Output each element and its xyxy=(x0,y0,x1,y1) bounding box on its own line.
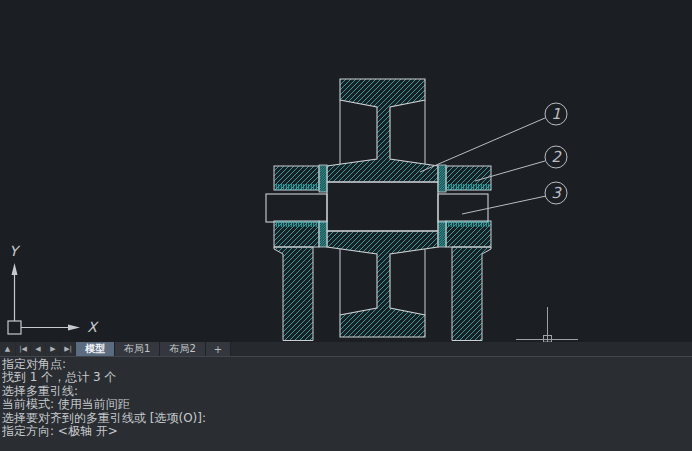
tab-menu-button[interactable]: ▲ xyxy=(0,342,15,356)
seal-band-upper-left[interactable] xyxy=(274,184,319,190)
prev-tab-button[interactable]: ◀ xyxy=(31,342,45,356)
bushing-lower-right xyxy=(438,221,446,247)
command-history-line: 当前模式: 使用当前间距 xyxy=(2,398,692,411)
wheel-section-top[interactable] xyxy=(327,79,438,182)
command-line-panel[interactable]: 指定对角点: 找到 1 个，总计 3 个 选择多重引线: 当前模式: 使用当前间… xyxy=(0,356,692,451)
shaft-left-end[interactable] xyxy=(266,194,327,222)
cad-application-window: 1 2 3 Y X ▲ |◀ ◀ xyxy=(0,0,692,451)
ucs-icon: Y X xyxy=(8,243,99,335)
command-prompt-line: 指定方向: <极轴 开> xyxy=(2,425,692,438)
command-history-line: 指定对角点: xyxy=(2,358,692,371)
balloon-1-label: 1 xyxy=(551,105,561,123)
command-history-line: 找到 1 个，总计 3 个 xyxy=(2,371,692,384)
bushing-lower-left xyxy=(319,221,327,247)
last-tab-button[interactable]: ▶| xyxy=(61,342,75,356)
seal-band-lower-left[interactable] xyxy=(274,221,319,227)
balloon-3-label: 3 xyxy=(551,184,562,202)
leader-1[interactable] xyxy=(420,118,545,172)
shaft-right-end[interactable] xyxy=(438,194,488,222)
tab-layout2[interactable]: 布局2 xyxy=(160,342,205,356)
seal-band-lower-right[interactable] xyxy=(446,221,491,227)
shaft-center-section[interactable] xyxy=(327,182,438,231)
command-history-line: 选择要对齐到的多重引线或 [选项(O)]: xyxy=(2,412,692,425)
bushing-upper-left xyxy=(319,165,327,192)
command-history-line: 选择多重引线: xyxy=(2,385,692,398)
tab-model[interactable]: 模型 xyxy=(76,342,115,356)
wheel-section-bottom[interactable] xyxy=(327,231,438,337)
balloon-labels: 1 2 3 xyxy=(551,105,562,202)
next-tab-button[interactable]: ▶ xyxy=(46,342,60,356)
add-layout-tab-button[interactable]: + xyxy=(206,342,231,356)
layout-tab-bar: ▲ |◀ ◀ ▶ ▶| 模型 布局1 布局2 + xyxy=(0,342,692,356)
seal-band-upper-right[interactable] xyxy=(446,184,491,190)
support-leg-right[interactable] xyxy=(452,247,491,341)
support-leg-left[interactable] xyxy=(274,247,313,341)
balloon-2-label: 2 xyxy=(551,148,562,166)
tab-layout1[interactable]: 布局1 xyxy=(115,342,160,356)
drawing-canvas[interactable]: 1 2 3 Y X xyxy=(0,0,692,342)
bushing-upper-right xyxy=(438,165,446,192)
leader-3[interactable] xyxy=(462,196,546,214)
ucs-y-label: Y xyxy=(9,243,21,259)
crosshair-cursor xyxy=(516,307,578,342)
tab-bar-filler xyxy=(231,342,692,356)
first-tab-button[interactable]: |◀ xyxy=(16,342,30,356)
ucs-x-label: X xyxy=(87,319,99,335)
